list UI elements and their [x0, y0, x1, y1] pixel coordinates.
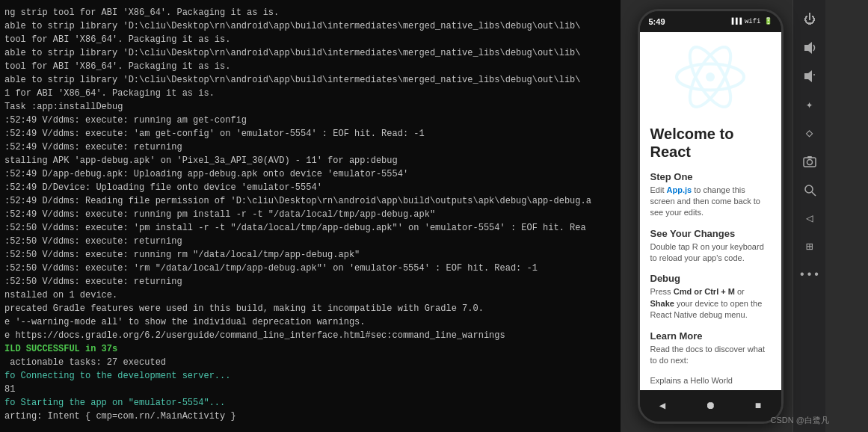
terminal-line: e https://docs.gradle.org/6.2/userguide/…	[4, 329, 616, 342]
terminal-line: tool for ABI 'X86_64'. Packaging it as i…	[4, 33, 616, 46]
terminal-line: :52:50 V/ddms: execute: 'pm install -r -…	[4, 221, 616, 235]
terminal-line: :52:49 V/ddms: execute: running pm insta…	[4, 208, 616, 221]
terminal-line: tool for ABI 'X86_64'. Packaging it as i…	[4, 60, 616, 73]
phone-recents-button[interactable]: ■	[755, 400, 761, 412]
phone-device: 5:49 ▐▐▐ wifi 🔋	[638, 9, 784, 424]
terminal-line: :52:49 D/app-debug.apk: Uploading app-de…	[4, 167, 616, 181]
svg-point-8	[807, 160, 812, 165]
phone-app-title: Welcome to React	[650, 125, 771, 161]
terminal-line: 1 for ABI 'X86_64'. Packaging it as is.	[4, 87, 616, 100]
zoom-button[interactable]	[796, 176, 823, 203]
see-changes-text: Double tap R on your keyboard to reload …	[650, 241, 771, 265]
step-one-title: Step One	[650, 171, 771, 182]
terminal-line: :52:49 V/ddms: execute: running am get-c…	[4, 114, 616, 127]
terminal-line: :52:49 D/Device: Uploading file onto dev…	[4, 181, 616, 194]
terminal-line: fo Connecting to the development server.…	[4, 369, 616, 383]
right-toolbar: ⏻ ✦ ◇ ◁	[792, 0, 825, 432]
signal-icon: ▐▐▐	[730, 18, 742, 25]
terminal-line: able to strip library 'D:\cliu\Desktop\r…	[4, 19, 616, 33]
terminal: ng strip tool for ABI 'X86_64'. Packagin…	[0, 0, 621, 432]
react-logo-svg	[673, 43, 748, 111]
terminal-line: actionable tasks: 27 executed	[4, 356, 616, 369]
learn-more-text: Read the docs to discover what to do nex…	[650, 344, 771, 367]
watermark: CSDN @白鹭凡	[771, 415, 829, 426]
see-changes-title: See Your Changes	[650, 228, 771, 239]
terminal-line: :52:49 V/ddms: execute: returning	[4, 141, 616, 154]
terminal-line: arting: Intent { cmp=com.rn/.MainActivit…	[4, 410, 616, 423]
terminal-line: 81	[4, 383, 616, 396]
terminal-line: :52:50 V/ddms: execute: 'rm "/data/local…	[4, 262, 616, 275]
cmd-shortcut: Cmd or Ctrl + M	[674, 287, 735, 296]
terminal-line: e '--warning-mode all' to show the indiv…	[4, 315, 616, 329]
terminal-line: Task :app:installDebug	[4, 100, 616, 114]
shake-text: Shake	[650, 299, 674, 308]
learn-more-title: Learn More	[650, 330, 771, 342]
svg-marker-5	[804, 70, 812, 82]
more-button[interactable]: •••	[796, 262, 823, 288]
volume-down-button[interactable]	[796, 63, 823, 90]
terminal-line: able to strip library 'D:\cliu\Desktop\r…	[4, 46, 616, 60]
terminal-line: ng strip tool for ABI 'X86_64'. Packagin…	[4, 6, 616, 19]
terminal-line: fo Starting the app on "emulator-5554"..…	[4, 396, 616, 410]
svg-point-3	[706, 72, 715, 81]
appjs-link: App.js	[667, 185, 692, 194]
screenshot-button[interactable]: ◇	[796, 120, 823, 146]
phone-wrapper: 5:49 ▐▐▐ wifi 🔋	[621, 0, 792, 432]
terminal-line: :52:49 D/ddms: Reading file permission o…	[4, 194, 616, 208]
terminal-line: nstalled on 1 device.	[4, 288, 616, 302]
apps-button[interactable]: ⊞	[796, 233, 823, 260]
terminal-line: able to strip library 'D:\cliu\Desktop\r…	[4, 73, 616, 87]
phone-status-icons: ▐▐▐ wifi 🔋	[730, 17, 772, 25]
step-one-text: Edit App.js to change this screen and th…	[650, 185, 771, 219]
wifi-icon: wifi	[745, 18, 761, 25]
right-section: 5:49 ▐▐▐ wifi 🔋	[621, 0, 868, 432]
svg-line-11	[812, 192, 816, 196]
phone-back-button[interactable]: ◀	[659, 399, 665, 412]
debug-title: Debug	[650, 273, 771, 284]
terminal-line: :52:49 V/ddms: execute: 'am get-config' …	[4, 127, 616, 141]
react-logo-area	[640, 32, 781, 122]
battery-icon: 🔋	[764, 17, 772, 25]
volume-up-button[interactable]	[796, 34, 823, 61]
phone-screen[interactable]: Welcome to React Step One Edit App.js to…	[640, 32, 781, 390]
phone-home-button[interactable]: ⏺	[705, 400, 715, 412]
phone-status-bar: 5:49 ▐▐▐ wifi 🔋	[640, 11, 781, 32]
terminal-line: :52:50 V/ddms: execute: running rm "/dat…	[4, 248, 616, 262]
svg-rect-9	[807, 156, 812, 158]
svg-point-10	[805, 185, 813, 193]
phone-bottom-bar: ◀ ⏺ ■	[640, 390, 781, 422]
terminal-scroll: ng strip tool for ABI 'X86_64'. Packagin…	[4, 6, 616, 426]
hello-world-link: Explains a Hello World	[650, 375, 771, 386]
terminal-line: ILD SUCCESSFUL in 37s	[4, 342, 616, 356]
back-nav-button[interactable]: ◁	[796, 205, 823, 232]
phone-time: 5:49	[649, 17, 665, 26]
svg-marker-4	[804, 42, 812, 54]
terminal-line: precated Gradle features were used in th…	[4, 302, 616, 315]
power-button[interactable]: ⏻	[796, 6, 823, 33]
camera-button[interactable]	[796, 148, 823, 175]
rotate-button[interactable]: ✦	[796, 91, 823, 118]
terminal-line: :52:50 V/ddms: execute: returning	[4, 235, 616, 248]
phone-content: Welcome to React Step One Edit App.js to…	[640, 122, 781, 390]
terminal-line: stalling APK 'app-debug.apk' on 'Pixel_3…	[4, 154, 616, 167]
terminal-line: :52:50 V/ddms: execute: returning	[4, 275, 616, 288]
debug-text: Press Cmd or Ctrl + M or Shake your devi…	[650, 286, 771, 321]
